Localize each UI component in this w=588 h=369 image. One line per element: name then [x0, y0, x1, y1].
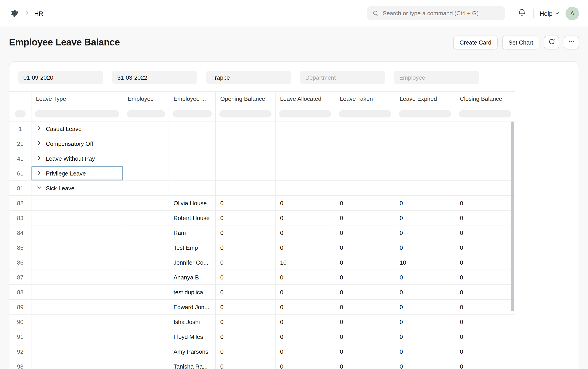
leave-allocated-cell[interactable]: 0 — [275, 211, 335, 226]
to-date-filter[interactable] — [112, 71, 197, 84]
employee-cell[interactable] — [123, 181, 169, 196]
leave-expired-cell[interactable]: 0 — [395, 315, 455, 329]
closing-balance-cell[interactable] — [455, 136, 515, 151]
leave-allocated-cell[interactable] — [275, 181, 335, 196]
column-filter-employee[interactable] — [123, 106, 169, 122]
closing-balance-cell[interactable] — [455, 151, 515, 166]
employee-name-cell[interactable]: Olivia House — [169, 196, 216, 211]
employee-cell[interactable] — [123, 136, 169, 151]
leave-expired-cell[interactable]: 0 — [395, 226, 455, 240]
employee-name-cell[interactable] — [169, 166, 216, 181]
menu-button[interactable] — [564, 35, 579, 49]
employee-name-cell[interactable]: Floyd Miles — [169, 329, 216, 344]
leave-type-cell[interactable] — [31, 300, 123, 315]
opening-balance-cell[interactable]: 0 — [216, 255, 275, 270]
leave-taken-cell[interactable] — [335, 136, 395, 151]
employee-name-cell[interactable]: Jennifer Co... — [169, 255, 216, 270]
leave-type-cell[interactable] — [31, 211, 123, 226]
leave-taken-cell[interactable]: 0 — [335, 255, 395, 270]
closing-balance-cell[interactable]: 0 — [455, 270, 515, 285]
leave-taken-cell[interactable]: 0 — [335, 329, 395, 344]
column-header-leave-allocated[interactable]: Leave Allocated — [275, 92, 335, 106]
leave-allocated-cell[interactable]: 0 — [275, 226, 335, 240]
employee-cell[interactable] — [123, 196, 169, 211]
column-header-index[interactable] — [10, 92, 31, 106]
help-button[interactable]: Help — [539, 10, 560, 17]
leave-expired-cell[interactable]: 0 — [395, 211, 455, 226]
leave-type-cell[interactable] — [31, 226, 123, 240]
leave-type-cell[interactable]: Compensatory Off — [31, 136, 123, 151]
user-avatar[interactable]: A — [566, 7, 579, 20]
leave-type-cell[interactable] — [31, 285, 123, 300]
closing-balance-cell[interactable]: 0 — [455, 255, 515, 270]
column-header-opening-balance[interactable]: Opening Balance — [216, 92, 275, 106]
employee-name-cell[interactable]: Edward Jon... — [169, 300, 216, 315]
leave-expired-cell[interactable]: 0 — [395, 196, 455, 211]
opening-balance-cell[interactable] — [216, 136, 275, 151]
leave-taken-cell[interactable]: 0 — [335, 211, 395, 226]
closing-balance-cell[interactable] — [455, 181, 515, 196]
closing-balance-cell[interactable] — [455, 122, 515, 136]
employee-cell[interactable] — [123, 344, 169, 359]
employee-name-cell[interactable] — [169, 151, 216, 166]
leave-allocated-cell[interactable] — [275, 122, 335, 136]
leave-taken-cell[interactable]: 0 — [335, 226, 395, 240]
leave-expired-cell[interactable] — [395, 181, 455, 196]
opening-balance-cell[interactable]: 0 — [216, 240, 275, 255]
from-date-filter[interactable] — [18, 71, 103, 84]
column-filter-employee-name[interactable] — [169, 106, 216, 122]
opening-balance-cell[interactable]: 0 — [216, 226, 275, 240]
closing-balance-cell[interactable]: 0 — [455, 300, 515, 315]
department-filter[interactable] — [300, 71, 385, 84]
opening-balance-cell[interactable]: 0 — [216, 285, 275, 300]
leave-taken-cell[interactable]: 0 — [335, 285, 395, 300]
opening-balance-cell[interactable]: 0 — [216, 329, 275, 344]
search-input[interactable] — [367, 6, 505, 20]
closing-balance-cell[interactable] — [455, 166, 515, 181]
opening-balance-cell[interactable]: 0 — [216, 344, 275, 359]
leave-type-cell[interactable] — [31, 344, 123, 359]
column-filter-leave-expired[interactable] — [395, 106, 455, 122]
leave-expired-cell[interactable] — [395, 151, 455, 166]
employee-cell[interactable] — [123, 226, 169, 240]
leave-allocated-cell[interactable]: 0 — [275, 329, 335, 344]
opening-balance-cell[interactable]: 0 — [216, 300, 275, 315]
leave-type-cell[interactable] — [31, 329, 123, 344]
leave-expired-cell[interactable]: 0 — [395, 300, 455, 315]
opening-balance-cell[interactable]: 0 — [216, 196, 275, 211]
leave-taken-cell[interactable] — [335, 181, 395, 196]
leave-allocated-cell[interactable] — [275, 136, 335, 151]
closing-balance-cell[interactable]: 0 — [455, 196, 515, 211]
employee-name-cell[interactable]: Ananya B — [169, 270, 216, 285]
leave-type-cell[interactable] — [31, 270, 123, 285]
employee-name-cell[interactable]: Robert House — [169, 211, 216, 226]
column-header-closing-balance[interactable]: Closing Balance — [455, 92, 515, 106]
opening-balance-cell[interactable] — [216, 151, 275, 166]
leave-taken-cell[interactable]: 0 — [335, 196, 395, 211]
employee-cell[interactable] — [123, 315, 169, 329]
opening-balance-cell[interactable]: 0 — [216, 270, 275, 285]
employee-cell[interactable] — [123, 329, 169, 344]
opening-balance-cell[interactable]: 0 — [216, 359, 275, 369]
leave-taken-cell[interactable] — [335, 122, 395, 136]
leave-allocated-cell[interactable]: 10 — [275, 255, 335, 270]
employee-cell[interactable] — [123, 166, 169, 181]
refresh-button[interactable] — [544, 35, 559, 49]
opening-balance-cell[interactable] — [216, 122, 275, 136]
closing-balance-cell[interactable]: 0 — [455, 359, 515, 369]
leave-taken-cell[interactable]: 0 — [335, 315, 395, 329]
leave-allocated-cell[interactable] — [275, 151, 335, 166]
leave-taken-cell[interactable]: 0 — [335, 344, 395, 359]
column-header-leave-expired[interactable]: Leave Expired — [395, 92, 455, 106]
opening-balance-cell[interactable] — [216, 166, 275, 181]
employee-name-cell[interactable]: Tanisha Ra... — [169, 359, 216, 369]
employee-cell[interactable] — [123, 255, 169, 270]
closing-balance-cell[interactable]: 0 — [455, 240, 515, 255]
employee-name-cell[interactable]: Test Emp — [169, 240, 216, 255]
leave-expired-cell[interactable] — [395, 136, 455, 151]
employee-name-cell[interactable]: Isha Joshi — [169, 315, 216, 329]
leave-type-cell[interactable] — [31, 315, 123, 329]
leave-expired-cell[interactable]: 10 — [395, 255, 455, 270]
closing-balance-cell[interactable]: 0 — [455, 285, 515, 300]
leave-type-cell[interactable] — [31, 255, 123, 270]
